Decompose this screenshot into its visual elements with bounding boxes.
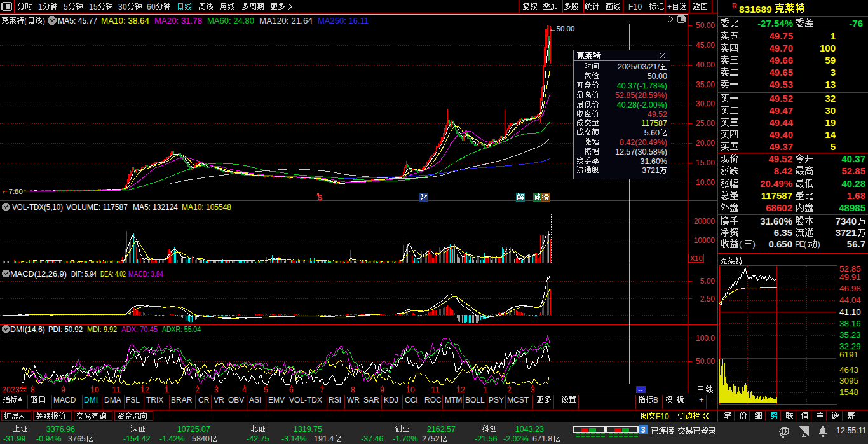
svg-text:1319.75: 1319.75 (294, 425, 322, 434)
svg-text:SAR: SAR (363, 396, 379, 405)
svg-text:3095: 3095 (839, 376, 858, 385)
svg-text:12.57(30.58%): 12.57(30.58%) (615, 148, 667, 156)
svg-text:49.70: 49.70 (769, 43, 793, 53)
svg-text:12:55:11: 12:55:11 (836, 426, 867, 435)
svg-text:49.44: 49.44 (769, 117, 793, 128)
svg-text:0.650: 0.650 (768, 239, 792, 249)
svg-text:2752: 2752 (422, 434, 440, 443)
svg-text:4643: 4643 (839, 365, 858, 375)
svg-text:+: + (699, 395, 704, 405)
svg-text:35.00: 35.00 (696, 80, 715, 89)
svg-text:-3.14%: -3.14% (281, 434, 307, 443)
svg-text:20000: 20000 (694, 217, 715, 226)
svg-text:49.37: 49.37 (769, 141, 793, 152)
svg-text:ADXR: 55.04: ADXR: 55.04 (162, 325, 201, 334)
svg-text:): ) (817, 239, 820, 249)
svg-text:30: 30 (825, 105, 836, 116)
svg-text:31.60%: 31.60% (760, 216, 792, 226)
svg-text:32: 32 (825, 93, 836, 104)
svg-text:2: 2 (461, 385, 465, 394)
svg-text:3765: 3765 (68, 434, 86, 443)
svg-text:8.42: 8.42 (774, 165, 792, 176)
svg-text:117587: 117587 (761, 190, 792, 201)
svg-text:3: 3 (831, 67, 836, 78)
svg-text:20.49%: 20.49% (760, 178, 792, 189)
svg-text:B: B (653, 396, 658, 405)
svg-text:MA10: 105548: MA10: 105548 (182, 203, 231, 212)
svg-text:PSY: PSY (489, 396, 504, 405)
svg-text:40.28(-2.00%): 40.28(-2.00%) (617, 101, 667, 109)
svg-text:MA120: 21.64: MA120: 21.64 (259, 17, 313, 25)
svg-text:15.00: 15.00 (696, 158, 715, 167)
svg-text:VOL-TDX(5,10): VOL-TDX(5,10) (12, 203, 63, 212)
svg-text:48985: 48985 (839, 202, 865, 213)
svg-text:): ) (43, 17, 45, 25)
svg-text:3: 3 (15, 385, 20, 394)
svg-text:1548: 1548 (839, 387, 858, 397)
svg-text:-1.42%: -1.42% (159, 434, 185, 443)
svg-text:44.04: 44.04 (839, 295, 861, 305)
svg-text:49.52: 49.52 (768, 153, 792, 164)
svg-text:49.75: 49.75 (769, 31, 793, 41)
svg-text:49.52: 49.52 (769, 93, 793, 104)
svg-text:RSI: RSI (329, 396, 341, 405)
svg-text:DMI(14,6): DMI(14,6) (10, 325, 45, 334)
svg-text:1: 1 (116, 385, 121, 394)
svg-text:−: − (710, 394, 715, 404)
svg-text:(: ( (24, 17, 27, 25)
svg-text:41.10: 41.10 (839, 307, 861, 317)
svg-text:0: 0 (123, 3, 127, 11)
svg-text:2: 2 (145, 385, 149, 394)
svg-text:25.00: 25.00 (696, 119, 715, 128)
svg-text:--: -- (638, 385, 643, 393)
svg-text:0: 0 (410, 385, 415, 394)
svg-text:DEA: 4.02: DEA: 4.02 (100, 270, 126, 279)
svg-text:1: 1 (633, 3, 637, 11)
svg-text:2: 2 (2, 385, 6, 394)
svg-text:-0.94%: -0.94% (36, 434, 62, 443)
svg-text:10725.07: 10725.07 (177, 425, 210, 434)
svg-text:49.66: 49.66 (769, 55, 793, 66)
svg-text:+: + (667, 3, 672, 11)
svg-text:MA60: 24.80: MA60: 24.80 (207, 17, 254, 25)
svg-text:FSL: FSL (126, 396, 140, 405)
svg-text:52.85: 52.85 (841, 165, 865, 176)
svg-text:13: 13 (825, 79, 836, 90)
svg-text:←7.80: ←7.80 (1, 188, 23, 195)
svg-text:(: ( (739, 239, 742, 249)
svg-text:59: 59 (825, 55, 836, 66)
svg-text:0: 0 (151, 3, 156, 11)
svg-text:40.37(-1.78%): 40.37(-1.78%) (617, 81, 667, 90)
svg-text:5840: 5840 (192, 434, 210, 443)
svg-text:100.0: 100.0 (696, 334, 715, 343)
svg-text:2: 2 (11, 385, 15, 394)
svg-text:49.52: 49.52 (648, 110, 667, 119)
svg-text:40.28: 40.28 (841, 178, 865, 189)
svg-text:50.00: 50.00 (696, 357, 715, 366)
svg-text:7340: 7340 (836, 216, 857, 226)
svg-text:TRIX: TRIX (146, 396, 163, 405)
svg-text:10.00: 10.00 (696, 178, 715, 187)
svg-text:0: 0 (637, 3, 642, 11)
svg-text:PDI: 50.92: PDI: 50.92 (48, 325, 83, 334)
svg-text:49.47: 49.47 (769, 105, 793, 116)
svg-text:DIF: 5.94: DIF: 5.94 (71, 270, 97, 279)
svg-text:45.00: 45.00 (696, 41, 715, 50)
svg-text:30.00: 30.00 (696, 99, 715, 108)
svg-text:5: 5 (831, 141, 836, 152)
svg-text:MA5: 45.77: MA5: 45.77 (58, 17, 97, 25)
svg-text:35.23: 35.23 (839, 330, 861, 340)
svg-text:0: 0 (6, 385, 11, 394)
svg-text:-154.42: -154.42 (123, 434, 150, 443)
svg-text:MACD(12,26,9): MACD(12,26,9) (10, 270, 67, 279)
svg-text:WR: WR (347, 396, 360, 405)
svg-text:671.8: 671.8 (532, 434, 552, 443)
svg-text:1: 1 (38, 3, 43, 11)
svg-text:5.00: 5.00 (700, 277, 715, 286)
svg-text:6191: 6191 (839, 350, 858, 359)
svg-text:): ) (753, 239, 756, 249)
svg-text:50.00: 50.00 (696, 21, 715, 30)
svg-text:49.40: 49.40 (769, 129, 793, 140)
svg-text:X10: X10 (690, 254, 703, 262)
svg-text:MCST: MCST (507, 396, 529, 405)
